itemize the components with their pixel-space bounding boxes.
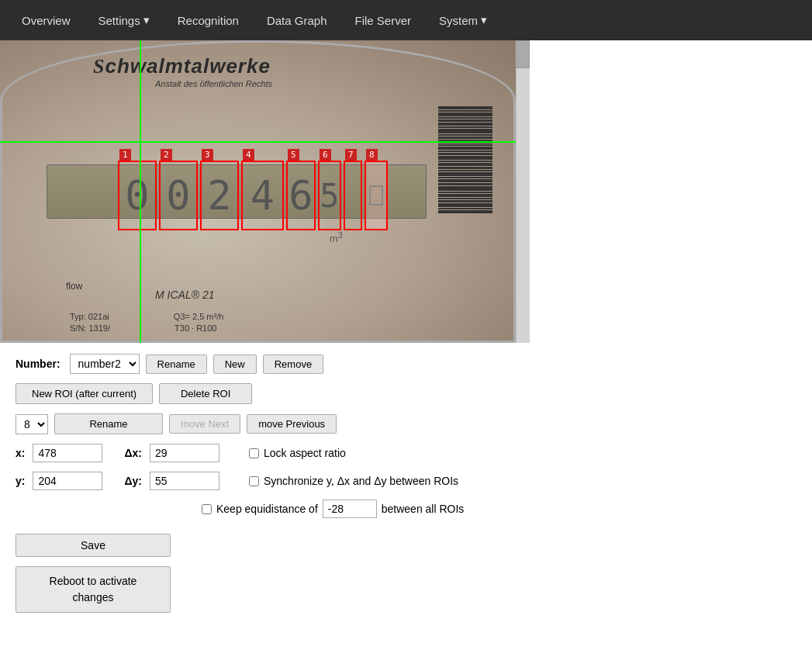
number-label: Number: bbox=[16, 358, 60, 370]
crosshair-horizontal bbox=[0, 141, 516, 143]
barcode-line bbox=[438, 203, 492, 207]
barcode-line bbox=[438, 170, 492, 171]
lock-aspect-label: Lock aspect ratio bbox=[264, 447, 346, 459]
roi-box-7: 7 bbox=[344, 161, 362, 230]
main-content: Schwalmtalwerke Anstalt des öffentlichen… bbox=[0, 40, 812, 657]
nav-system[interactable]: System ▾ bbox=[425, 2, 501, 38]
barcode-line bbox=[438, 167, 492, 169]
barcode-line bbox=[438, 129, 492, 133]
x-label: x: bbox=[16, 447, 25, 459]
nav-data-graph[interactable]: Data Graph bbox=[253, 3, 341, 38]
dy-label: Δy: bbox=[124, 475, 142, 487]
chevron-down-icon: ▾ bbox=[143, 13, 150, 27]
spacer bbox=[16, 527, 796, 534]
new-button[interactable]: New bbox=[213, 354, 257, 374]
meter-logo: Schwalmtalwerke bbox=[93, 54, 271, 78]
nav-recognition-label: Recognition bbox=[178, 14, 239, 27]
nav-overview[interactable]: Overview bbox=[8, 3, 85, 38]
equidistance-group: Keep equidistance of between all ROIs bbox=[202, 500, 464, 518]
roi-box-4: 4 4 bbox=[241, 161, 284, 230]
scrollbar-thumb[interactable] bbox=[517, 40, 530, 68]
barcode-line bbox=[438, 172, 492, 176]
barcode-line bbox=[438, 150, 492, 152]
reboot-button[interactable]: Reboot to activatechanges bbox=[16, 566, 171, 613]
remove-button[interactable]: Remove bbox=[263, 354, 323, 374]
roi-box-1: 1 0 bbox=[118, 161, 157, 230]
barcode-line bbox=[438, 194, 492, 197]
sync-checkbox[interactable] bbox=[249, 476, 259, 486]
roi-label-4: 4 bbox=[243, 149, 254, 161]
xy-row-2: y: Δy: Synchronize y, Δx and Δy between … bbox=[16, 472, 796, 490]
barcode-line bbox=[438, 156, 492, 160]
nav-data-graph-label: Data Graph bbox=[267, 14, 327, 27]
roi-label-2: 2 bbox=[161, 149, 172, 161]
barcode-line bbox=[438, 208, 492, 209]
dy-input[interactable] bbox=[150, 472, 219, 490]
x-input[interactable] bbox=[33, 444, 102, 462]
nav-settings-label: Settings bbox=[98, 14, 140, 27]
roi-label-3: 3 bbox=[202, 149, 213, 161]
digit-count-select[interactable]: 8 7 6 bbox=[16, 414, 48, 434]
y-label: y: bbox=[16, 475, 25, 487]
lock-aspect-group: Lock aspect ratio bbox=[249, 447, 346, 459]
barcode-line bbox=[438, 161, 492, 162]
dy-field-group: Δy: bbox=[124, 472, 219, 490]
nav-file-server-label: File Server bbox=[354, 14, 411, 27]
barcode-line bbox=[438, 123, 492, 126]
lock-aspect-checkbox[interactable] bbox=[249, 448, 259, 458]
roi-label-5: 5 bbox=[288, 149, 299, 161]
barcode-line bbox=[438, 210, 492, 213]
barcode-line bbox=[438, 117, 492, 119]
barcode-line bbox=[438, 134, 492, 136]
dx-input[interactable] bbox=[150, 444, 219, 462]
digit-placeholder-8 bbox=[369, 185, 383, 206]
barcode-line bbox=[438, 200, 492, 202]
meter-bottom: flow bbox=[66, 281, 82, 292]
navbar: Overview Settings ▾ Recognition Data Gra… bbox=[0, 0, 812, 40]
nav-settings[interactable]: Settings ▾ bbox=[85, 2, 164, 38]
equidistance-input[interactable] bbox=[323, 500, 377, 518]
barcode-line bbox=[438, 147, 492, 150]
new-roi-button[interactable]: New ROI (after current) bbox=[16, 383, 153, 404]
scrollbar[interactable] bbox=[516, 40, 530, 343]
dx-label: Δx: bbox=[124, 447, 142, 459]
barcode-line bbox=[438, 177, 492, 178]
barcode-line bbox=[438, 126, 492, 128]
barcode-line bbox=[438, 144, 492, 146]
equidistance-label: Keep equidistance of bbox=[216, 503, 318, 515]
barcode-line bbox=[438, 110, 492, 112]
save-row: Save bbox=[16, 534, 796, 557]
rename-roi-button[interactable]: Rename bbox=[54, 413, 163, 434]
x-field-group: x: bbox=[16, 444, 102, 462]
roi-action-row: New ROI (after current) Delete ROI bbox=[16, 383, 796, 404]
move-next-button[interactable]: move Next bbox=[169, 414, 240, 434]
barcode bbox=[438, 106, 492, 323]
image-section: Schwalmtalwerke Anstalt des öffentlichen… bbox=[0, 40, 812, 343]
y-input[interactable] bbox=[33, 472, 102, 490]
roi-label-8: 8 bbox=[366, 149, 378, 161]
move-previous-button[interactable]: move Previous bbox=[247, 414, 337, 434]
equidistance-checkbox[interactable] bbox=[202, 504, 212, 514]
roi-box-8: 8 bbox=[365, 161, 388, 230]
roi-box-6: 6 5 bbox=[318, 161, 341, 230]
barcode-line bbox=[438, 112, 492, 116]
nav-recognition[interactable]: Recognition bbox=[164, 3, 253, 38]
flow-label: flow bbox=[66, 281, 82, 292]
save-button[interactable]: Save bbox=[16, 534, 171, 557]
delete-roi-button[interactable]: Delete ROI bbox=[159, 383, 252, 404]
barcode-line bbox=[438, 198, 492, 199]
nav-overview-label: Overview bbox=[22, 14, 71, 27]
number-row: Number: number1 number2 number3 Rename N… bbox=[16, 354, 796, 374]
chevron-down-icon-2: ▾ bbox=[481, 13, 487, 27]
unit-label: m3 bbox=[330, 230, 343, 244]
roi-box-2: 2 0 bbox=[159, 161, 198, 230]
rename-button[interactable]: Rename bbox=[146, 354, 207, 374]
number-select[interactable]: number1 number2 number3 bbox=[70, 354, 140, 374]
barcode-line bbox=[438, 179, 492, 182]
meter-subtitle: Anstalt des öffentlichen Rechts bbox=[155, 79, 272, 88]
roi-box-5: 5 6 bbox=[286, 161, 316, 230]
nav-file-server[interactable]: File Server bbox=[340, 3, 425, 38]
meter-image-container: Schwalmtalwerke Anstalt des öffentlichen… bbox=[0, 40, 516, 343]
y-field-group: y: bbox=[16, 472, 102, 490]
crosshair-vertical bbox=[140, 40, 141, 343]
